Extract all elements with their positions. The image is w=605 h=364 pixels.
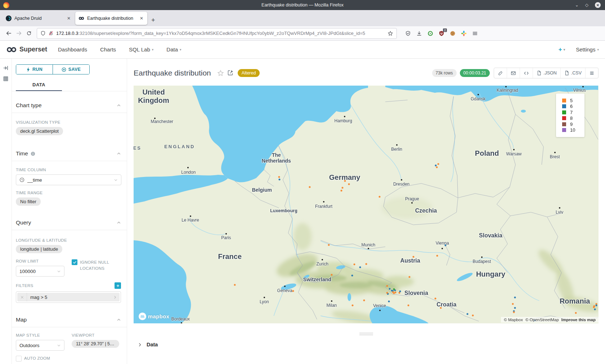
country-label: Austria bbox=[400, 258, 420, 264]
time-column-select[interactable]: __time bbox=[16, 174, 121, 185]
earthquake-point bbox=[408, 276, 410, 278]
viz-type-value[interactable]: deck.gl Scatterplot bbox=[16, 127, 63, 135]
bookmark-star-icon[interactable] bbox=[387, 31, 393, 36]
export-json-button[interactable]: .JSON bbox=[533, 68, 560, 78]
back-icon[interactable] bbox=[4, 28, 14, 38]
code-icon bbox=[524, 70, 529, 76]
lonlat-value[interactable]: longitude | latitude bbox=[16, 245, 62, 253]
remove-filter-icon[interactable] bbox=[17, 293, 27, 301]
close-tab-icon[interactable]: ✕ bbox=[66, 15, 71, 22]
city-label: London bbox=[181, 170, 196, 175]
filter-item[interactable]: mag > 5 bbox=[16, 291, 121, 303]
browser-toolbar: 172.18.0.3:32108/superset/explore/?form_… bbox=[0, 26, 605, 41]
hamburger-icon[interactable] bbox=[472, 30, 478, 37]
deckgl-map[interactable]: United KingdomThe NetherlandsBelgiumLuxe… bbox=[134, 86, 599, 323]
add-filter-button[interactable] bbox=[115, 282, 121, 289]
map-style-select[interactable]: Outdoors bbox=[16, 340, 64, 351]
section-query[interactable]: Query bbox=[16, 219, 121, 226]
viz-type-label: VISUALIZATION TYPE bbox=[16, 120, 121, 124]
code-button[interactable] bbox=[520, 68, 533, 78]
shield-icon[interactable] bbox=[40, 31, 46, 36]
settings-menu[interactable]: Settings▾ bbox=[576, 46, 599, 53]
pocket-shield-icon[interactable] bbox=[405, 30, 411, 37]
earthquake-point bbox=[595, 304, 597, 306]
edit-title-icon[interactable] bbox=[228, 70, 233, 76]
nav-item-sql-lab[interactable]: SQL Lab▾ bbox=[129, 46, 153, 53]
legend-value: 8 bbox=[570, 115, 573, 121]
viewport-value[interactable]: 11° 28' 29.70" | 50... bbox=[72, 340, 119, 348]
pinwheel-icon[interactable] bbox=[461, 30, 467, 37]
earthquake-point bbox=[436, 255, 438, 257]
city-label: Kaliningrad bbox=[497, 88, 518, 93]
dataset-grid-icon[interactable] bbox=[3, 76, 9, 82]
lock-slash-icon[interactable] bbox=[48, 31, 54, 36]
earthquake-point bbox=[354, 264, 355, 265]
mapbox-logo[interactable]: m mapbox bbox=[139, 313, 169, 320]
add-new-button[interactable]: +▾ bbox=[559, 46, 565, 53]
favorite-star-icon[interactable] bbox=[217, 70, 224, 77]
collapse-panel-icon[interactable] bbox=[3, 65, 9, 71]
nav-item-label: SQL Lab bbox=[129, 46, 150, 53]
section-time[interactable]: Time bbox=[16, 150, 121, 157]
earthquake-point bbox=[328, 244, 330, 246]
city-label: Milan bbox=[327, 303, 337, 308]
file-icon bbox=[564, 70, 569, 76]
ignore-null-checkbox[interactable] bbox=[72, 259, 77, 265]
time-range-value[interactable]: No filter bbox=[16, 197, 41, 206]
earthquake-point bbox=[359, 267, 361, 268]
url-bar[interactable]: 172.18.0.3:32108/superset/explore/?form_… bbox=[37, 28, 397, 39]
row-limit-select[interactable]: 100000 bbox=[16, 266, 64, 277]
tab-data[interactable]: DATA bbox=[16, 79, 62, 91]
country-label: Romania bbox=[560, 297, 590, 305]
earthquake-point bbox=[309, 186, 311, 188]
legend-item: 7 bbox=[562, 109, 584, 115]
legend-item: 6 bbox=[562, 104, 584, 110]
download-icon[interactable] bbox=[416, 30, 422, 37]
legend-item: 10 bbox=[562, 127, 584, 133]
section-map[interactable]: Map bbox=[16, 317, 121, 323]
forward-icon[interactable] bbox=[14, 28, 24, 38]
country-label: The Netherlands bbox=[262, 152, 291, 164]
improve-map-link[interactable]: Improve this map bbox=[561, 318, 596, 322]
email-icon bbox=[511, 70, 516, 76]
new-tab-button[interactable]: + bbox=[148, 17, 159, 26]
section-chart-type[interactable]: Chart type bbox=[16, 102, 121, 109]
browser-tab-1[interactable]: Apache Druid✕ bbox=[3, 12, 75, 25]
earthquake-point bbox=[413, 256, 414, 258]
open-filter-icon[interactable] bbox=[110, 293, 120, 301]
nav-item-charts[interactable]: Charts bbox=[100, 46, 116, 53]
close-window-icon[interactable]: ✕ bbox=[595, 2, 601, 8]
data-panel-toggle[interactable]: Data bbox=[138, 342, 599, 347]
superset-logo-icon[interactable]: Superset bbox=[6, 46, 47, 53]
osm-attribution-link[interactable]: © OpenStreetMap bbox=[525, 318, 559, 322]
earthquake-point bbox=[386, 285, 388, 287]
city-label: Hamburg bbox=[335, 118, 352, 123]
url-text: 172.18.0.3:32108/superset/explore/?form_… bbox=[56, 31, 387, 36]
browser-tab-2[interactable]: Earthquake distribution✕ bbox=[75, 12, 147, 25]
cookie-icon[interactable] bbox=[449, 30, 456, 37]
export-csv-button[interactable]: .CSV bbox=[560, 68, 585, 78]
close-tab-icon[interactable]: ✕ bbox=[139, 15, 144, 22]
earthquake-point bbox=[388, 301, 390, 302]
city-label: Gdansk bbox=[471, 96, 485, 101]
mapbox-attribution-link[interactable]: © Mapbox bbox=[504, 318, 523, 322]
auto-zoom-checkbox[interactable] bbox=[16, 356, 22, 361]
ublock-icon[interactable]: 2 bbox=[438, 30, 445, 37]
menu-button[interactable] bbox=[585, 68, 598, 78]
link-button[interactable] bbox=[494, 68, 507, 78]
run-button[interactable]: RUN bbox=[16, 65, 53, 74]
leaf-ring-icon[interactable] bbox=[427, 30, 434, 37]
time-range-label: TIME RANGE bbox=[16, 191, 121, 195]
reload-icon[interactable] bbox=[24, 28, 34, 38]
panel-resize-handle[interactable] bbox=[359, 333, 373, 335]
country-label: Switzerland bbox=[303, 277, 331, 282]
city-dot bbox=[181, 322, 182, 323]
maximize-icon[interactable]: ◇ bbox=[585, 3, 588, 7]
minimize-icon[interactable]: ⌄ bbox=[575, 3, 579, 7]
country-label: Slovenia bbox=[404, 290, 428, 296]
export-button-label: .CSV bbox=[571, 70, 582, 76]
save-button[interactable]: SAVE bbox=[53, 65, 89, 74]
nav-item-data[interactable]: Data▾ bbox=[166, 46, 181, 53]
nav-item-dashboards[interactable]: Dashboards bbox=[58, 46, 87, 53]
email-button[interactable] bbox=[507, 68, 520, 78]
